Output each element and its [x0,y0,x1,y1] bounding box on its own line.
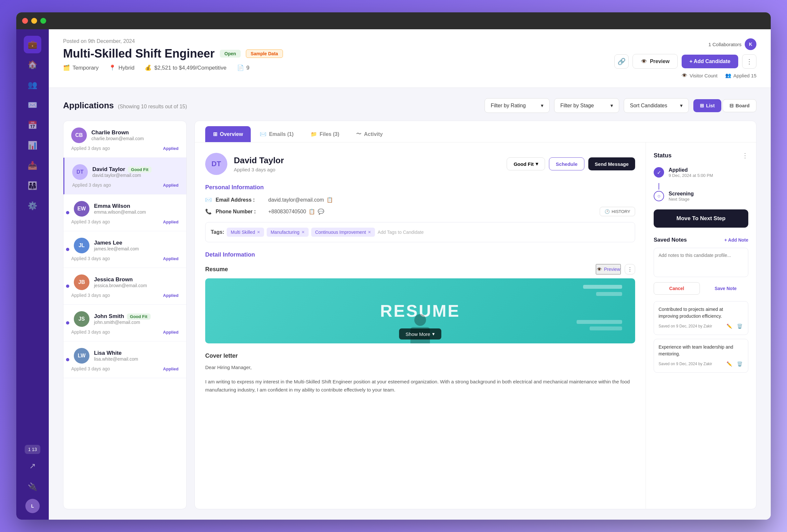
tab-emails[interactable]: ✉️ Emails (1) [252,126,301,142]
candidate-name: Lisa White [94,350,178,356]
close-button[interactable] [22,18,28,24]
sidebar-item-plugins[interactable]: 🔌 [24,478,41,495]
delete-note-button[interactable]: 🗑️ [736,322,743,330]
collaborators-row: 1 Collaborators K [708,38,757,50]
cover-letter-title: Cover letter [205,353,635,359]
candidate-email: john.smith@email.com [94,320,178,325]
candidate-status-badge: Applied [163,330,178,335]
schedule-button[interactable]: Schedule [549,157,584,170]
candidate-info: Emma Wilson emma.wilson@email.com [94,203,178,215]
sidebar-item-mail[interactable]: ✉️ [24,96,41,114]
add-note-button[interactable]: + Add Note [724,237,748,242]
activity-icon: 〜 [356,131,361,137]
job-meta-right: 1 Collaborators K 🔗 👁️ Preview + Add Can… [614,38,757,78]
detail-main: DT David Taylor Applied 3 days ago [195,143,645,509]
resume-more-button[interactable]: ⋮ [625,264,635,274]
candidate-card-emma-wilson[interactable]: EW Emma Wilson emma.wilson@email.com App… [63,194,186,231]
chevron-down-icon: ▾ [541,102,544,109]
candidate-status-badge: Applied [163,256,178,261]
remove-tag-button[interactable]: ✕ [301,230,305,234]
tag-manufacturing: Manufacturing ✕ [267,228,309,237]
tab-overview[interactable]: ⊞ Overview [205,126,251,142]
candidate-card-john-smith[interactable]: JS John Smith Good Fit john.smith@email.… [63,305,186,341]
applied-count-stat: 👥 Applied 15 [725,72,757,78]
candidate-avatar: LW [74,348,89,364]
chevron-down-icon: ▾ [611,102,613,109]
tab-activity[interactable]: 〜 Activity [348,126,390,142]
add-candidate-button[interactable]: + Add Candidate [682,55,738,68]
note-input[interactable] [654,248,748,277]
share-button[interactable]: 🔗 [614,54,629,69]
show-more-button[interactable]: Show More ▾ [399,328,441,340]
cancel-note-button[interactable]: Cancel [654,282,700,295]
sidebar-item-settings[interactable]: ⚙️ [24,197,41,215]
candidate-name: Charlie Brown [91,129,178,136]
candidate-card-charlie-brown[interactable]: CB Charlie Brown charlie.brown@email.com… [63,121,186,158]
sidebar-item-jobs[interactable]: 💼 [24,36,41,53]
remove-tag-button[interactable]: ✕ [257,230,260,234]
detail-tabs: ⊞ Overview ✉️ Emails (1) 📁 Files (3) [195,121,756,143]
save-note-button[interactable]: Save Note [703,282,749,295]
candidate-card-james-lee[interactable]: JL James Lee james.lee@email.com Applied… [63,231,186,268]
list-view-button[interactable]: ⊞ List [693,99,721,112]
send-message-button[interactable]: Send Message [588,157,635,170]
saved-notes-section: Saved Notes + Add Note Cancel Save Note [654,237,748,373]
minimize-button[interactable] [31,18,37,24]
sidebar-item-team[interactable]: 👨‍👩‍👧 [24,177,41,194]
eye-icon: 👁️ [596,267,602,272]
resume-preview-button[interactable]: 👁️ Preview [596,264,621,274]
resume-actions: 👁️ Preview ⋮ [596,264,635,274]
sidebar-item-inbox[interactable]: 📥 [24,157,41,174]
candidate-footer: Applied 3 days ago Applied [71,293,178,298]
add-tag-button[interactable]: Add Tags to Candidate [378,230,423,235]
sort-candidates-select[interactable]: Sort Candidates ▾ [624,98,689,113]
status-header: Status ⋮ [654,151,748,159]
board-view-button[interactable]: ⊟ Board [723,99,757,112]
candidate-avatar: CB [71,127,87,143]
view-toggle: ⊞ List ⊟ Board [693,99,757,112]
candidate-card-jessica-brown[interactable]: JB Jessica Brown jessica.brown@email.com… [63,268,186,305]
edit-note-button[interactable]: ✏️ [725,360,733,368]
delete-note-button[interactable]: 🗑️ [736,360,743,368]
status-more-button[interactable]: ⋮ [742,151,748,159]
candidate-status-badge: Applied [163,219,178,225]
maximize-button[interactable] [40,18,46,24]
more-options-button[interactable]: ⋮ [742,54,757,69]
phone-info-row: 📞 Phone Number : +880830740500 📋 💬 [205,207,635,216]
good-fit-button[interactable]: Good Fit ▾ [507,157,545,170]
eye-icon: 👁️ [641,58,647,64]
copy-icon[interactable]: 📋 [309,209,315,215]
preview-label: Preview [650,59,669,64]
filter-by-rating-select[interactable]: Filter by Rating ▾ [485,98,550,113]
candidate-email: charlie.brown@email.com [91,136,178,141]
users-icon: 👥 [725,72,731,78]
tab-files[interactable]: 📁 Files (3) [303,126,347,142]
candidate-card-david-taylor[interactable]: DT David Taylor Good Fit david.taylor@em… [63,158,186,194]
phone-value: +880830740500 📋 💬 [268,209,324,215]
email-info-row: ✉️ Email Address : david.taylor@email.co… [205,197,635,203]
detail-info-title: Detail Information [205,251,635,258]
preview-button[interactable]: 👁️ Preview [633,54,677,69]
job-detail-docs: 📄 9 [237,64,250,71]
note-text: Experience with team leadership and ment… [659,344,743,357]
note-meta: Saved on 9 Dec, 2024 by Zakir ✏️ 🗑️ [659,360,743,368]
sidebar-item-analytics[interactable]: 📊 [24,136,41,154]
move-to-next-step-button[interactable]: Move To Next Step [654,209,748,228]
timeline-item-applied: ✓ Applied 9 Dec, 2024 at 5:00 PM [654,167,748,178]
sidebar-item-calendar[interactable]: 📅 [24,116,41,134]
board-icon: ⊟ [729,103,734,109]
sidebar-item-export[interactable]: ↗ [24,457,41,475]
edit-note-button[interactable]: ✏️ [725,322,733,330]
candidate-card-lisa-white[interactable]: LW Lisa White lisa.white@email.com Appli… [63,341,186,378]
remove-tag-button[interactable]: ✕ [368,230,371,234]
tag-multi-skilled: Multi Skilled ✕ [227,228,264,237]
sidebar-item-users[interactable]: 👥 [24,76,41,94]
detail-info-section: Detail Information Resume 👁️ Preview [205,251,635,343]
resume-header: Resume 👁️ Preview ⋮ [205,264,635,274]
filter-by-stage-select[interactable]: Filter by Stage ▾ [554,98,619,113]
whatsapp-icon[interactable]: 💬 [318,209,324,215]
copy-icon[interactable]: 📋 [326,197,333,203]
sidebar-item-home[interactable]: 🏠 [24,56,41,73]
history-button[interactable]: 🕐 HISTORY [600,207,635,216]
sidebar-user-avatar[interactable]: L [25,499,40,513]
